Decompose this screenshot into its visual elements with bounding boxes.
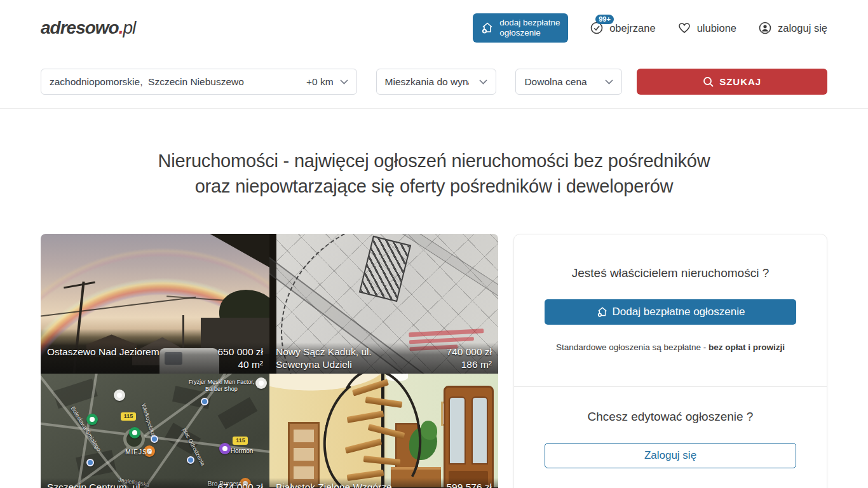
listing-name: Białystok Zielone Wzgórze [276,481,392,488]
header-nav: dodaj bezpłatne ogłoszenie 99+ obejrzane… [473,13,827,43]
listing-area: 40 m² [217,358,263,371]
owner-note: Standardowe ogłoszenia są bezpłatne - be… [545,342,796,352]
house-add-icon [480,21,494,35]
route-shield: 115 [121,412,136,421]
sidebar-add-listing-label: Dodaj bezpłatne ogłoszenie [613,306,745,318]
map-marker-green [86,414,98,425]
price-value: Dowolna cena [524,76,587,88]
search-band: zachodniopomorskie, Szczecin Niebuszewo … [0,69,868,109]
listing-card[interactable]: Wielkopolska Jagiellońska plac Odrodzeni… [41,374,269,488]
page-title-line1: Nieruchomości - najwięcej ogłoszeń nieru… [41,148,827,173]
owner-note-text: Standardowe ogłoszenia są bezpłatne - [556,342,709,352]
listing-price: 740 000 zł [446,346,492,358]
map-poi-label: MIEJSC [125,449,153,456]
chevron-down-icon [479,79,487,85]
viewed-count-badge: 99+ [595,15,614,24]
viewed-link[interactable]: 99+ obejrzane [590,21,655,35]
heart-icon [677,21,691,35]
listing-caption: Ostaszewo Nad Jeziorem 650 000 zł 40 m² [41,342,269,374]
radius-value: +0 km [306,76,334,88]
owner-sidebar: Jesteś właścicielem nieruchomości ? Doda… [513,234,827,488]
login-link[interactable]: zaloguj się [758,21,827,35]
map-poi-label: Fryzjer Męski Men Factor, Barber Shop [187,379,255,393]
listing-area: 186 m² [446,358,492,371]
map-marker-blue [201,398,208,405]
map-marker-white [255,377,267,389]
category-value: Mieszkania do wynajęcia [385,76,469,88]
listing-caption: Białystok Zielone Wzgórze 599 576 zł [269,478,498,488]
radius-select[interactable]: +0 km [306,76,348,88]
owner-note-bold: bez opłat i prowizji [709,342,785,352]
main-content: Nieruchomości - najwięcej ogłoszeń nieru… [0,148,868,488]
sidebar-add-listing-button[interactable]: Dodaj bezpłatne ogłoszenie [545,299,796,325]
listing-price: 650 000 zł [217,346,263,358]
listing-photo-interior [269,374,498,488]
listing-card[interactable]: Nowy Sącz Kaduk, ul. Seweryna Udzieli 74… [269,234,498,374]
map-marker-green [129,427,140,438]
listing-name: Nowy Sącz Kaduk, ul. Seweryna Udzieli [276,346,389,371]
owner-heading: Jesteś właścicielem nieruchomości ? [545,266,796,280]
edit-panel: Chcesz edytować ogłoszenie ? Zaloguj się… [514,386,827,488]
logo-text-tld: pl [123,18,135,37]
listing-name: Szczecin Centrum, ul. [47,481,143,488]
route-shield: 115 [233,437,248,445]
edit-heading: Chcesz edytować ogłoszenie ? [545,410,796,424]
logo-text-main: adresowo [41,18,119,37]
page-title: Nieruchomości - najwięcej ogłoszeń nieru… [41,148,827,199]
sidebar-login-button[interactable]: Zaloguj się [545,443,796,468]
listing-caption: Szczecin Centrum, ul. 674 000 zł [41,478,269,488]
page-title-line2: oraz niepowtarzające się oferty pośredni… [41,173,827,199]
chevron-down-icon [340,79,348,85]
map-marker-blue [151,435,158,443]
add-listing-label: dodaj bezpłatne ogłoszenie [499,18,560,38]
viewed-label: obejrzane [609,22,655,34]
sidebar-login-label: Zaloguj się [644,449,696,462]
location-value: zachodniopomorskie, Szczecin Niebuszewo [50,76,244,88]
top-header: adresowo.pl dodaj bezpłatne ogłoszenie 9… [0,0,868,56]
search-button-label: SZUKAJ [719,76,761,87]
listing-photo-map: Wielkopolska Jagiellońska plac Odrodzeni… [41,374,269,488]
map-poi-label: Hormon [231,447,254,454]
chevron-down-icon [605,79,613,85]
listing-price: 674 000 zł [217,481,263,488]
map-marker-white [114,390,125,401]
listings-grid: Ostaszewo Nad Jeziorem 650 000 zł 40 m² … [41,234,498,488]
login-label: zaloguj się [778,22,827,34]
price-select[interactable]: Dowolna cena [515,69,622,95]
favorites-label: ulubione [697,22,736,34]
user-circle-icon [758,21,772,35]
search-button[interactable]: SZUKAJ [637,69,827,95]
category-select[interactable]: Mieszkania do wynajęcia [376,69,497,95]
location-input[interactable]: zachodniopomorskie, Szczecin Niebuszewo … [41,69,357,95]
map-marker-purple [219,443,231,454]
add-listing-button[interactable]: dodaj bezpłatne ogłoszenie [473,13,568,43]
listing-card[interactable]: Białystok Zielone Wzgórze 599 576 zł [269,374,498,488]
house-add-icon [596,306,609,318]
listing-caption: Nowy Sącz Kaduk, ul. Seweryna Udzieli 74… [269,342,498,374]
search-icon [703,76,714,88]
listing-name: Ostaszewo Nad Jeziorem [47,346,159,371]
listing-price: 599 576 zł [446,481,492,488]
listing-card[interactable]: Ostaszewo Nad Jeziorem 650 000 zł 40 m² [41,234,269,374]
search-row: zachodniopomorskie, Szczecin Niebuszewo … [41,69,827,95]
map-marker-blue [187,456,194,464]
favorites-link[interactable]: ulubione [677,21,736,35]
owner-panel: Jesteś właścicielem nieruchomości ? Doda… [514,234,827,386]
site-logo[interactable]: adresowo.pl [41,18,135,38]
